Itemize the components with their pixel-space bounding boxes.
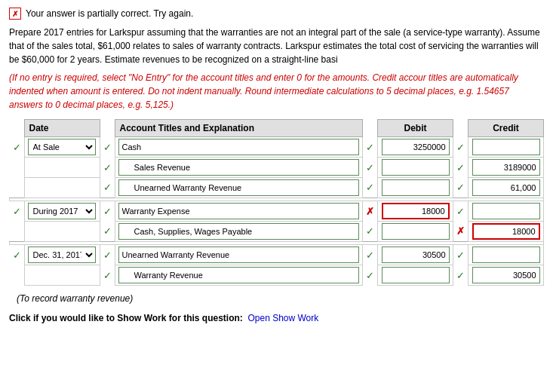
credit-input[interactable]: [472, 247, 540, 263]
credit-cell: [469, 222, 544, 242]
date-select[interactable]: During 2017: [28, 203, 96, 219]
account-title-cell: [115, 178, 363, 198]
check-icon: ✓: [456, 250, 465, 261]
table-row: ✓At Sale✓✓✓: [10, 137, 544, 158]
date-cell: [24, 158, 100, 178]
date-select[interactable]: Dec. 31, 2017: [28, 247, 96, 263]
row-check-account: ✓: [100, 245, 115, 265]
account-title-input[interactable]: [118, 203, 360, 219]
error-icon: ✗: [456, 225, 465, 237]
account-title-cell: [115, 222, 363, 242]
show-work-prefix: Click if you would like to Show Work for…: [9, 313, 243, 323]
account-title-input[interactable]: [118, 247, 360, 263]
row-check-left: [10, 158, 25, 178]
account-title-input[interactable]: [118, 159, 360, 176]
partial-correct-icon: ✗: [9, 8, 21, 20]
credit-cell: [469, 137, 544, 158]
credit-input[interactable]: [472, 179, 540, 196]
check-icon: ✓: [103, 142, 112, 153]
date-select[interactable]: At Sale: [28, 139, 96, 155]
credit-input[interactable]: [472, 159, 540, 176]
check-icon: ✓: [456, 270, 465, 281]
italic-instruction: (If no entry is required, select "No Ent…: [9, 71, 544, 112]
credit-cell: [469, 178, 544, 198]
col-credit: Credit: [469, 120, 544, 137]
row-check-debit: ✓: [363, 137, 378, 158]
account-title-input[interactable]: [118, 139, 360, 155]
row-check-account: ✓: [100, 222, 115, 242]
check-icon: ✓: [366, 162, 374, 173]
description-text: Prepare 2017 entries for Larkspur assumi…: [9, 26, 544, 66]
row-check-account: ✓: [100, 137, 115, 158]
credit-input[interactable]: [472, 203, 540, 219]
credit-input[interactable]: [472, 139, 540, 155]
check-icon: ✓: [456, 182, 465, 193]
account-title-input[interactable]: [118, 179, 360, 196]
row-check-credit: ✗: [453, 222, 469, 242]
check-icon: ✓: [456, 162, 465, 173]
row-check-debit: ✓: [363, 178, 378, 198]
account-title-cell: [115, 137, 363, 158]
check-icon: ✓: [103, 206, 112, 217]
row-check-account: ✓: [100, 178, 115, 198]
row-check-debit: ✓: [363, 265, 378, 286]
account-title-cell: [115, 158, 363, 178]
debit-cell: [378, 201, 453, 222]
account-title-cell: [115, 201, 363, 222]
date-cell: [24, 222, 100, 242]
credit-input[interactable]: [472, 267, 540, 283]
debit-cell: [378, 222, 453, 242]
partial-correct-message: Your answer is partially correct. Try ag…: [26, 8, 193, 19]
table-row: ✓✓✓: [10, 178, 544, 198]
check-icon: ✓: [366, 225, 374, 237]
date-cell: [24, 265, 100, 286]
row-check-credit: ✓: [453, 178, 469, 198]
debit-input[interactable]: [382, 203, 450, 219]
check-icon: ✓: [456, 206, 465, 217]
check-icon: ✓: [13, 206, 21, 217]
table-row: ✓Dec. 31, 2017✓✓✓: [10, 245, 544, 265]
table-row: ✓✓✓: [10, 158, 544, 178]
check-icon: ✓: [103, 225, 112, 237]
check-icon: ✓: [13, 250, 21, 261]
account-title-input[interactable]: [118, 267, 360, 283]
row-check-credit: ✓: [453, 265, 469, 286]
row-check-debit: ✓: [363, 158, 378, 178]
account-title-input[interactable]: [118, 223, 360, 240]
debit-input[interactable]: [382, 223, 450, 240]
show-work-section: Click if you would like to Show Work for…: [9, 313, 544, 323]
error-icon: ✗: [366, 206, 374, 217]
credit-cell: [469, 201, 544, 222]
debit-cell: [378, 245, 453, 265]
row-check-left: ✓: [10, 137, 25, 158]
open-show-work-link[interactable]: Open Show Work: [247, 313, 318, 323]
row-check-credit: ✓: [453, 245, 469, 265]
row-check-left: [10, 265, 25, 286]
row-check-credit: ✓: [453, 158, 469, 178]
debit-input[interactable]: [382, 139, 450, 155]
row-check-debit: ✓: [363, 222, 378, 242]
row-check-account: ✓: [100, 265, 115, 286]
debit-cell: [378, 137, 453, 158]
table-row: ✓During 2017✓✗✓: [10, 201, 544, 222]
row-check-left: ✓: [10, 245, 25, 265]
debit-input[interactable]: [382, 179, 450, 196]
credit-cell: [469, 158, 544, 178]
check-icon: ✓: [103, 182, 112, 193]
date-cell: During 2017: [24, 201, 100, 222]
debit-cell: [378, 265, 453, 286]
check-icon: ✓: [103, 162, 112, 173]
debit-cell: [378, 158, 453, 178]
check-icon: ✓: [456, 142, 465, 153]
debit-input[interactable]: [382, 267, 450, 283]
row-check-account: ✓: [100, 201, 115, 222]
row-check-credit: ✓: [453, 201, 469, 222]
debit-input[interactable]: [382, 247, 450, 263]
check-icon: ✓: [13, 142, 21, 153]
debit-input[interactable]: [382, 159, 450, 176]
col-debit: Debit: [378, 120, 453, 137]
table-row: ✓✓✗: [10, 222, 544, 242]
date-cell: At Sale: [24, 137, 100, 158]
credit-input[interactable]: [472, 223, 540, 240]
check-icon: ✓: [366, 182, 374, 193]
